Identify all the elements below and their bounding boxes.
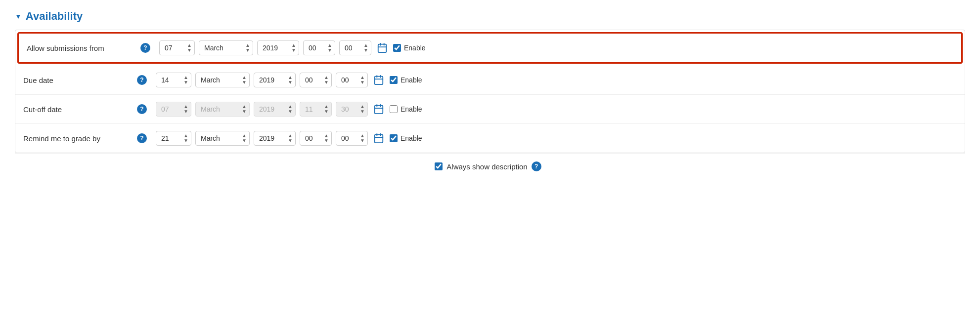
year-select-due-date[interactable]: 2015201620172018201920202021202220232024… — [254, 73, 296, 87]
section-title: ▼ Availability — [15, 10, 965, 23]
label-allow-submissions: Allow submissions from — [27, 44, 135, 52]
enable-label-due-date: Enable — [401, 76, 422, 84]
hour-select-remind-grade[interactable]: 0001020304050607080910111213141516171819… — [300, 131, 332, 146]
always-show-label: Always show description — [446, 162, 527, 171]
enable-checkbox-remind-grade[interactable] — [390, 134, 398, 142]
label-due-date: Due date — [23, 76, 132, 84]
availability-table: Allow submissions from?01020304050607080… — [15, 30, 965, 153]
hour-select-allow-submissions[interactable]: 0001020304050607080910111213141516171819… — [303, 40, 335, 55]
day-select-allow-submissions[interactable]: 0102030405060708091011121314151617181920… — [159, 40, 195, 55]
controls-cut-off-date: 0102030405060708091011121314151617181920… — [156, 102, 957, 117]
calendar-icon-cut-off-date[interactable] — [372, 102, 386, 116]
always-show-checkbox[interactable] — [435, 162, 443, 170]
year-select-remind-grade[interactable]: 2015201620172018201920202021202220232024… — [254, 131, 296, 146]
controls-remind-grade: 0102030405060708091011121314151617181920… — [156, 131, 957, 146]
minute-select-due-date[interactable]: 000510152025303540455055 — [336, 73, 368, 87]
calendar-icon-allow-submissions[interactable] — [375, 41, 389, 55]
enable-label-remind-grade: Enable — [401, 134, 422, 142]
controls-due-date: 0102030405060708091011121314151617181920… — [156, 73, 957, 87]
enable-wrapper-remind-grade: Enable — [390, 134, 429, 142]
help-icon-allow-submissions[interactable]: ? — [140, 43, 150, 53]
year-select-cut-off-date[interactable]: 2015201620172018201920202021202220232024… — [254, 102, 296, 117]
month-select-cut-off-date[interactable]: JanuaryFebruaryMarchAprilMayJuneJulyAugu… — [195, 102, 250, 117]
svg-rect-12 — [375, 135, 383, 143]
day-select-cut-off-date[interactable]: 0102030405060708091011121314151617181920… — [156, 102, 191, 117]
enable-wrapper-cut-off-date: Enable — [390, 105, 429, 113]
help-icon-remind-grade[interactable]: ? — [137, 133, 147, 143]
enable-wrapper-due-date: Enable — [390, 76, 429, 84]
controls-allow-submissions: 0102030405060708091011121314151617181920… — [159, 40, 953, 55]
availability-section-container: ▼ Availability Allow submissions from?01… — [15, 10, 965, 179]
always-show-help-icon[interactable]: ? — [532, 161, 541, 171]
minute-select-remind-grade[interactable]: 000510152025303540455055 — [336, 131, 368, 146]
enable-wrapper-allow-submissions: Enable — [393, 44, 433, 52]
enable-checkbox-allow-submissions[interactable] — [393, 44, 401, 52]
day-select-due-date[interactable]: 0102030405060708091011121314151617181920… — [156, 73, 191, 87]
row-remind-grade: Remind me to grade by?010203040506070809… — [15, 124, 965, 153]
svg-rect-4 — [375, 77, 383, 85]
year-select-allow-submissions[interactable]: 2015201620172018201920202021202220232024… — [257, 40, 299, 55]
enable-label-allow-submissions: Enable — [404, 44, 426, 52]
enable-checkbox-cut-off-date[interactable] — [390, 105, 398, 113]
help-icon-cut-off-date[interactable]: ? — [137, 104, 147, 114]
month-select-allow-submissions[interactable]: JanuaryFebruaryMarchAprilMayJuneJulyAugu… — [199, 40, 253, 55]
always-show-row: Always show description ? — [15, 153, 965, 179]
label-remind-grade: Remind me to grade by — [23, 134, 132, 143]
month-select-remind-grade[interactable]: JanuaryFebruaryMarchAprilMayJuneJulyAugu… — [195, 131, 250, 146]
minute-select-cut-off-date[interactable]: 000510152025303540455055 — [336, 102, 368, 117]
row-cut-off-date: Cut-off date?010203040506070809101112131… — [15, 95, 965, 124]
row-allow-submissions: Allow submissions from?01020304050607080… — [17, 32, 963, 64]
row-due-date: Due date?0102030405060708091011121314151… — [15, 66, 965, 95]
enable-label-cut-off-date: Enable — [401, 105, 422, 113]
label-cut-off-date: Cut-off date — [23, 105, 132, 114]
day-select-remind-grade[interactable]: 0102030405060708091011121314151617181920… — [156, 131, 191, 146]
calendar-icon-due-date[interactable] — [372, 73, 386, 87]
help-icon-due-date[interactable]: ? — [137, 75, 147, 85]
svg-rect-0 — [378, 44, 387, 53]
chevron-down-icon[interactable]: ▼ — [15, 12, 22, 20]
minute-select-allow-submissions[interactable]: 000510152025303540455055 — [339, 40, 371, 55]
svg-rect-8 — [375, 106, 383, 114]
calendar-icon-remind-grade[interactable] — [372, 131, 386, 145]
section-title-text: Availability — [26, 10, 83, 23]
enable-checkbox-due-date[interactable] — [390, 76, 398, 84]
hour-select-due-date[interactable]: 0001020304050607080910111213141516171819… — [300, 73, 332, 87]
hour-select-cut-off-date[interactable]: 0001020304050607080910111213141516171819… — [300, 102, 332, 117]
always-show-description-wrapper: Always show description ? — [435, 161, 545, 171]
month-select-due-date[interactable]: JanuaryFebruaryMarchAprilMayJuneJulyAugu… — [195, 73, 250, 87]
